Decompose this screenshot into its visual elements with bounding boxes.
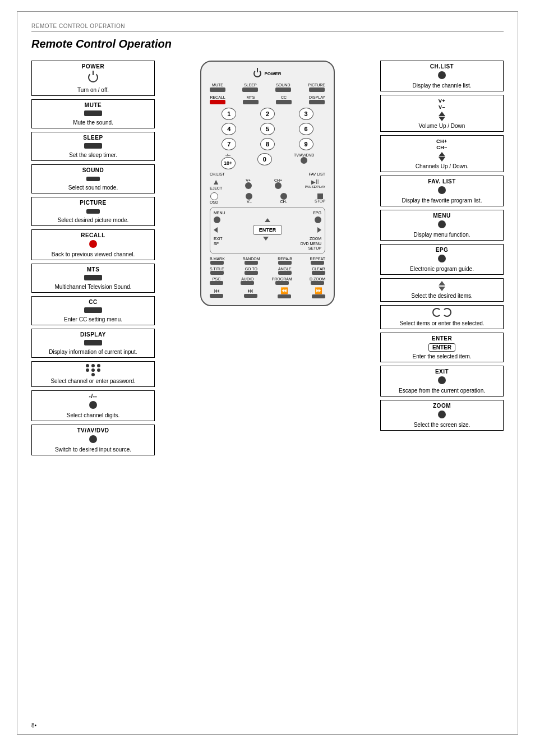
- epg-label: EPG: [313, 211, 321, 215]
- exit-zoom-row: EXIT ZOOM: [214, 237, 321, 241]
- num-btn-2[interactable]: 2: [260, 108, 275, 120]
- func-desc-volume: Volume Up / Down: [384, 123, 500, 129]
- num-btn-8[interactable]: 8: [260, 138, 275, 150]
- angle-label: ANGLE: [278, 267, 292, 271]
- num-btn-3[interactable]: 3: [299, 108, 313, 120]
- func-box-select-enter: Select items or enter the selected.: [380, 305, 504, 329]
- osd-label: OSD: [210, 200, 218, 204]
- num-btn-5[interactable]: 5: [260, 123, 275, 135]
- func-box-channels: CH+ CH– Channels Up / Down.: [380, 135, 504, 172]
- random-btn[interactable]: [245, 261, 258, 265]
- dot: [91, 364, 95, 367]
- vol-down-arrow: [439, 117, 445, 121]
- num-btn-10plus[interactable]: 10+: [221, 157, 236, 169]
- nav-right-arrow: [317, 227, 321, 233]
- num-btn-9[interactable]: 9: [299, 138, 313, 150]
- num-btn-6[interactable]: 6: [299, 123, 313, 135]
- repab-label: REPA-B: [278, 257, 292, 261]
- eject-area: ▲ EJECT: [210, 177, 222, 190]
- dzoom-label: D.ZOOM: [310, 277, 325, 281]
- func-desc-mts: Multichannel Television Sound.: [35, 284, 151, 290]
- func-icon-enter: ENTER: [384, 343, 500, 352]
- picture-btn: [86, 209, 100, 214]
- clear-btn[interactable]: [312, 271, 325, 275]
- func-desc-menu: Display menu function.: [384, 232, 500, 238]
- func-box-favlist: FAV. LIST Display the favorite program l…: [380, 176, 504, 206]
- func-icon-display: [35, 339, 151, 347]
- func-box-menu: MENU Display menu function.: [380, 210, 504, 241]
- psc-btn[interactable]: [210, 281, 223, 285]
- enter-box: ENTER: [428, 343, 455, 352]
- remote-sleep-btn: [242, 87, 258, 92]
- number-row-4: -/-- 10+ 0 TV/AV/DVD: [210, 153, 325, 169]
- prev-btn[interactable]: [210, 294, 223, 298]
- remote-recall-btn: [210, 100, 225, 104]
- remote-body: POWER MUTE SLEEP: [200, 61, 335, 306]
- dot: [86, 364, 89, 367]
- dvd-menu-label: DVD MENU: [301, 242, 321, 246]
- stop-label: STOP: [315, 199, 325, 203]
- dzoom-btn[interactable]: [311, 281, 324, 285]
- mts-btn: [84, 275, 102, 280]
- menu-epg-btns: [214, 216, 321, 223]
- dash-sub-label: -/--: [225, 153, 230, 157]
- func-icon-sleep: [35, 142, 151, 150]
- angle-btn[interactable]: [278, 271, 292, 275]
- dot: [86, 368, 89, 372]
- func-desc-chlist: Display the channle list.: [384, 82, 500, 89]
- remote-sound-label: SOUND: [276, 83, 290, 87]
- remote-btn-cc: CC: [276, 95, 292, 104]
- program-label: PROGRAM: [272, 277, 292, 281]
- program-btn[interactable]: [275, 281, 289, 285]
- transport-row: ⏮ ⏭ ⏪ ⏩: [210, 287, 325, 298]
- goto-btn[interactable]: [245, 271, 258, 275]
- num-btn-0[interactable]: 0: [257, 153, 272, 165]
- audio-label: AUDIO: [241, 277, 253, 281]
- v-plus-btn[interactable]: [245, 182, 252, 189]
- rew-btn[interactable]: [278, 294, 291, 298]
- func-icon-recall: [35, 240, 151, 250]
- volume-arrows: [384, 112, 500, 121]
- func-name-volume: V+ V–: [384, 98, 500, 110]
- v-plus-label: V+: [246, 178, 251, 182]
- bmark-btn[interactable]: [210, 261, 224, 265]
- repab-btn[interactable]: [278, 261, 292, 265]
- remote-btn-recall: RECALL: [210, 95, 225, 104]
- enter-btn[interactable]: ENTER: [253, 225, 283, 235]
- random-label: RANDOM: [243, 257, 260, 261]
- stitle-btn[interactable]: [210, 271, 224, 275]
- cc-btn: [84, 307, 102, 313]
- next-btn[interactable]: [244, 294, 257, 298]
- dot: [97, 368, 100, 372]
- v-minus-btn[interactable]: [246, 193, 252, 200]
- ch-plus-btn[interactable]: [275, 182, 282, 189]
- ch-minus-btn[interactable]: [280, 193, 287, 200]
- fwd-btn[interactable]: [312, 294, 325, 298]
- num-btn-4[interactable]: 4: [222, 123, 236, 135]
- func-desc-select-items: Select the desired items.: [384, 293, 500, 299]
- num-btn-7[interactable]: 7: [222, 138, 236, 150]
- menu-label: MENU: [214, 211, 225, 215]
- ch-list-label: CH.LIST: [210, 172, 225, 176]
- exit-btn: [438, 376, 446, 384]
- tvavdvd-remote-btn[interactable]: [301, 157, 307, 164]
- num-btn-1[interactable]: 1: [222, 108, 236, 120]
- pause-play-icon: ▶II: [311, 179, 319, 185]
- left-column: POWER Turn on / off. MUTE Mute the sound…: [31, 61, 155, 459]
- epg-btn[interactable]: [315, 216, 321, 223]
- menu-func-btn: [438, 220, 446, 228]
- zoom-label-nav: ZOOM: [310, 237, 321, 241]
- func-desc-cc: Enter CC setting menu.: [35, 316, 151, 322]
- audio-btn[interactable]: [241, 281, 254, 285]
- sound-btn: [86, 177, 100, 181]
- osd-btn[interactable]: [210, 192, 218, 200]
- remote-cc-btn: [276, 100, 292, 104]
- menu-btn[interactable]: [214, 216, 220, 223]
- v-plus-area: V+: [245, 178, 252, 189]
- remote-power-icon: [253, 70, 261, 77]
- recall-btn: [89, 240, 97, 248]
- repeat-btn[interactable]: [311, 261, 324, 265]
- func-name-power: POWER: [35, 63, 151, 70]
- remote-btn-display: DISPLAY: [309, 95, 325, 104]
- select-up-arrow: [439, 281, 445, 285]
